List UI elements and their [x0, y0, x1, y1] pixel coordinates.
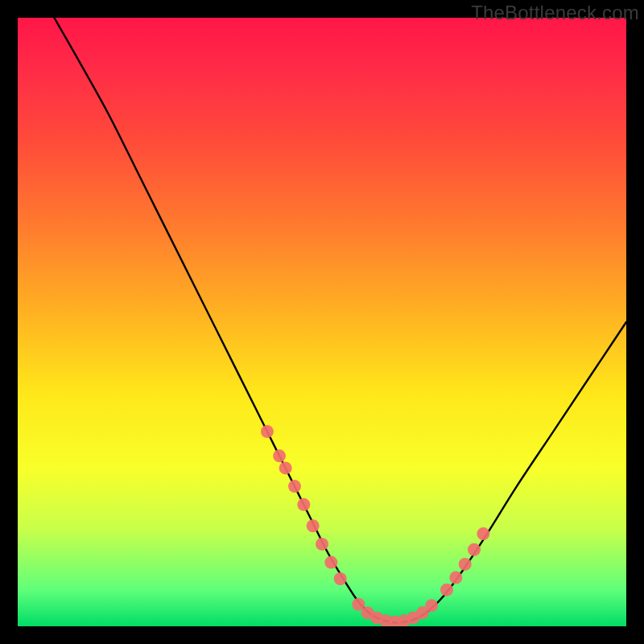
marker-dot	[279, 461, 292, 474]
marker-dot	[425, 599, 438, 612]
marker-dot	[334, 572, 347, 585]
marker-dot	[297, 498, 310, 511]
marker-dot	[477, 527, 489, 540]
watermark-text: TheBottleneck.com	[471, 2, 639, 24]
marker-dot	[324, 556, 337, 569]
data-markers	[261, 425, 489, 626]
marker-dot	[273, 449, 286, 462]
marker-dot	[316, 538, 328, 551]
marker-dot	[261, 425, 274, 438]
marker-dot	[449, 572, 462, 584]
marker-dot	[459, 558, 472, 571]
bottleneck-curve	[54, 18, 626, 623]
marker-dot	[440, 584, 453, 597]
marker-dot	[288, 480, 301, 493]
plot-area	[18, 18, 626, 626]
marker-dot	[468, 543, 481, 556]
bottleneck-chart: TheBottleneck.com	[0, 0, 644, 644]
plot-svg	[18, 18, 626, 626]
marker-dot	[307, 519, 320, 532]
